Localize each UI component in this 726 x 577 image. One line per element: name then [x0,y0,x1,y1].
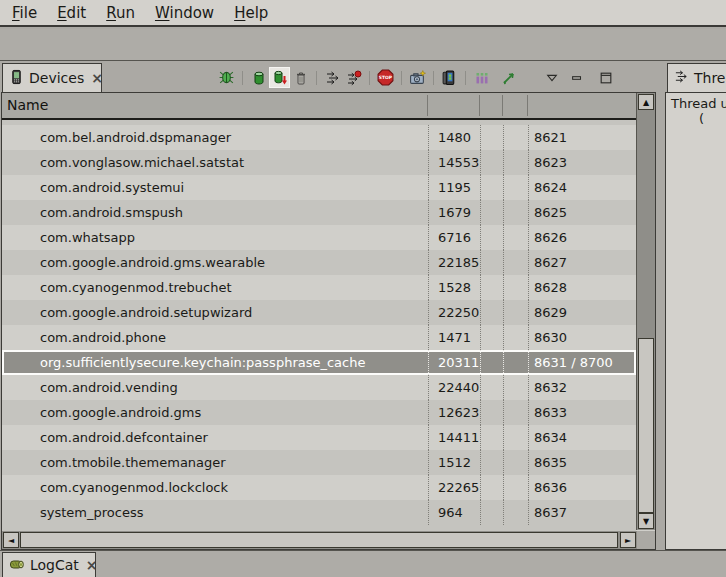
debug-process-icon[interactable] [216,67,237,88]
phone-icon [9,69,24,88]
scroll-right-button[interactable]: ► [620,532,636,548]
table-row[interactable]: com.cyanogenmod.lockclock222658636 [2,475,636,500]
table-row[interactable]: com.android.systemui11958624 [2,175,636,200]
cause-gc-icon[interactable] [290,67,311,88]
scroll-left-button[interactable]: ◄ [3,532,19,548]
table-row[interactable]: system_process9648637 [2,500,636,525]
table-row[interactable]: com.bel.android.dspmanager14808621 [2,125,636,150]
cell-process-name: com.tmobile.thememanager [2,450,428,475]
table-row[interactable]: com.tmobile.thememanager15128635 [2,450,636,475]
table-row[interactable]: com.android.smspush16798625 [2,200,636,225]
horizontal-scrollbar[interactable]: ◄ ► [2,531,655,549]
cell-pid: 1512 [428,450,480,475]
cell-port: 8636 [528,475,636,500]
cell-process-name: com.google.android.gms.wearable [2,250,428,275]
maximize-icon[interactable] [595,67,616,88]
threads-icon [674,69,689,87]
cell-port: 8633 [528,400,636,425]
column-divider[interactable] [427,95,428,116]
update-threads-icon[interactable] [322,67,343,88]
cell-empty [480,500,503,525]
table-row[interactable]: com.android.defcontainer144118634 [2,425,636,450]
dump-hprof-icon[interactable] [269,67,290,88]
device-table-body: com.bel.android.dspmanager14808621com.vo… [2,120,636,531]
table-row[interactable]: com.google.android.gms.wearable221858627 [2,250,636,275]
table-row[interactable]: com.whatsapp67168626 [2,225,636,250]
menu-item-edit[interactable]: Edit [47,4,96,22]
view-menu-icon[interactable] [541,67,562,88]
cell-process-name: com.android.vending [2,375,428,400]
cell-process-name: com.google.android.setupwizard [2,300,428,325]
cell-port: 8626 [528,225,636,250]
start-method-profiling-icon[interactable] [343,67,364,88]
cell-empty [503,450,528,475]
cell-empty [480,150,503,175]
table-row[interactable]: com.google.android.gms126238633 [2,400,636,425]
opengl-trace-icon[interactable] [498,67,519,88]
tab-logcat[interactable]: LogCat × [2,552,96,577]
cell-process-name: com.google.android.gms [2,400,428,425]
cell-pid: 20311 [428,350,480,375]
tab-devices[interactable]: Devices × [2,63,102,92]
table-row[interactable]: org.sufficientlysecure.keychain:passphra… [2,350,636,375]
cell-empty [503,175,528,200]
toolbar-separator [242,71,243,85]
cell-process-name: org.sufficientlysecure.keychain:passphra… [2,350,428,375]
cell-empty [480,350,503,375]
main-toolbar-strip [0,29,726,61]
menu-item-file[interactable]: File [2,4,47,22]
view-hierarchy-icon[interactable] [439,67,460,88]
cell-empty [480,250,503,275]
stop-process-icon[interactable]: STOP [375,67,396,88]
threads-panel: Thread up ( [665,92,726,550]
screen-capture-icon[interactable] [407,67,428,88]
table-header[interactable]: Name [2,93,636,120]
vertical-scrollbar-thumb[interactable] [638,338,654,513]
toolbar-separator [433,71,434,85]
cell-empty [503,375,528,400]
table-row[interactable]: com.vonglasow.michael.satstat145538623 [2,150,636,175]
cell-process-name: com.android.defcontainer [2,425,428,450]
table-row[interactable]: com.cyanogenmod.trebuchet15288628 [2,275,636,300]
cell-port: 8629 [528,300,636,325]
systrace-icon[interactable] [471,67,492,88]
cell-empty [503,300,528,325]
cell-pid: 22265 [428,475,480,500]
toolbar-separator [369,71,370,85]
column-header-name[interactable]: Name [2,97,48,113]
menu-bar: FileEditRunWindowHelp [0,0,726,27]
toolbar-separator [401,71,402,85]
cell-process-name: com.android.systemui [2,175,428,200]
threads-message-line2: ( [671,111,726,126]
menu-item-run[interactable]: Run [96,4,145,22]
scroll-up-button[interactable]: ▲ [638,94,654,110]
cell-pid: 1480 [428,125,480,150]
scroll-down-button[interactable]: ▼ [638,513,654,529]
cell-pid: 1195 [428,175,480,200]
menu-item-window[interactable]: Window [145,4,224,22]
horizontal-scrollbar-thumb[interactable] [20,532,618,548]
tab-threads[interactable]: Threads [667,63,726,92]
close-icon[interactable]: × [86,558,96,572]
close-icon[interactable]: × [91,71,102,85]
cell-process-name: com.whatsapp [2,225,428,250]
table-row[interactable]: com.android.vending224408632 [2,375,636,400]
cell-empty [480,200,503,225]
column-divider[interactable] [527,95,528,116]
menu-item-help[interactable]: Help [224,4,278,22]
cell-empty [480,275,503,300]
cell-pid: 14411 [428,425,480,450]
cell-empty [480,475,503,500]
update-heap-icon[interactable] [248,67,269,88]
vertical-scrollbar[interactable]: ▲ ▼ [636,93,655,530]
cell-empty [503,425,528,450]
cell-port: 8635 [528,450,636,475]
cell-pid: 6716 [428,225,480,250]
table-row[interactable]: com.android.phone14718630 [2,325,636,350]
cell-process-name: com.cyanogenmod.trebuchet [2,275,428,300]
devices-toolbar: STOP [216,64,656,91]
column-divider[interactable] [479,95,480,116]
minimize-icon[interactable] [566,67,587,88]
column-divider[interactable] [502,95,503,116]
table-row[interactable]: com.google.android.setupwizard222508629 [2,300,636,325]
